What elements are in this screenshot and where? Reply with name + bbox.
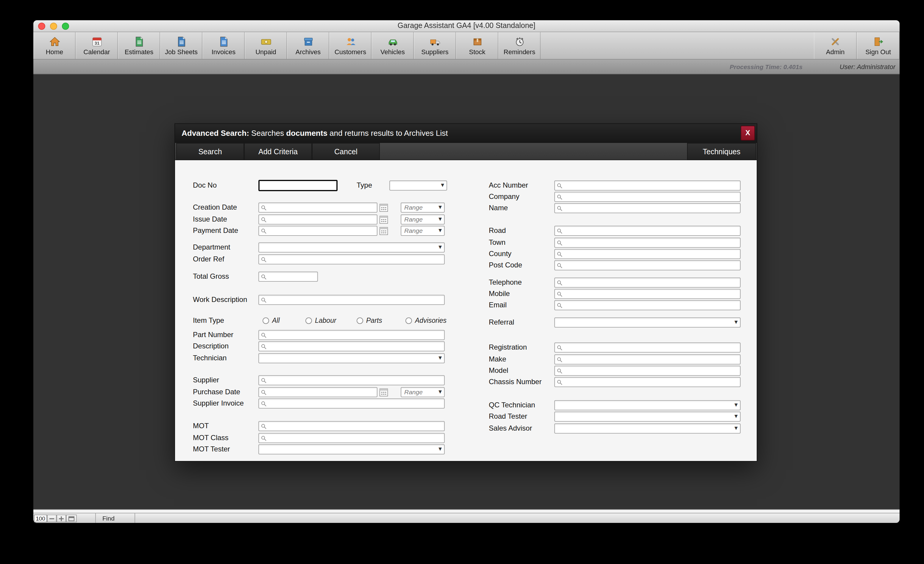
- toolbar-item-admin[interactable]: Admin: [814, 32, 857, 59]
- mode-selector[interactable]: Find: [102, 513, 115, 523]
- add-criteria-button[interactable]: Add Criteria: [244, 143, 312, 160]
- name-input[interactable]: [563, 204, 739, 213]
- mobile-field: [554, 289, 741, 299]
- radio-label: Parts: [366, 316, 382, 325]
- purchase-date-range-select[interactable]: Range▼: [400, 387, 445, 397]
- purchase-date-calendar-button[interactable]: [379, 388, 388, 397]
- department-select[interactable]: ▼: [258, 242, 445, 253]
- toolbar-item-home[interactable]: Home: [33, 32, 76, 59]
- supplier-field: [258, 375, 445, 385]
- item-type-radio-all[interactable]: All: [262, 316, 280, 325]
- dialog-close-button[interactable]: X: [741, 126, 755, 141]
- supplier-invoice-input[interactable]: [267, 399, 443, 408]
- mot-tester-select[interactable]: ▼: [258, 444, 445, 454]
- type-select[interactable]: ▼: [389, 180, 447, 191]
- mobile-input[interactable]: [563, 289, 739, 298]
- search-icon: [556, 228, 562, 234]
- county-input[interactable]: [563, 250, 739, 259]
- supplier-input[interactable]: [267, 376, 443, 385]
- sales-advisor-select[interactable]: ▼: [554, 423, 741, 433]
- radio-icon: [405, 317, 412, 324]
- order-ref-input[interactable]: [267, 255, 443, 264]
- work-description-input[interactable]: [267, 295, 443, 304]
- acc-number-input[interactable]: [563, 181, 739, 190]
- toolbar-item-stock[interactable]: Stock: [456, 32, 498, 59]
- payment-date-range-select[interactable]: Range▼: [400, 226, 445, 236]
- registration-input[interactable]: [563, 343, 739, 352]
- status-strip: Processing Time: 0.401s User: Administra…: [33, 60, 900, 74]
- zoom-out-icon: [49, 516, 55, 521]
- zoom-level-indicator[interactable]: 100: [34, 514, 47, 522]
- issue-date-input[interactable]: [267, 215, 376, 224]
- purchase-date-input[interactable]: [267, 388, 376, 397]
- part-number-input[interactable]: [267, 331, 443, 340]
- zoom-in-button[interactable]: [57, 514, 66, 522]
- horizontal-scrollbar[interactable]: [33, 509, 900, 513]
- field-row-mobile: Mobile: [489, 288, 741, 299]
- toolbar-item-job-sheets[interactable]: Job Sheets: [160, 32, 202, 59]
- creation-date-range-select[interactable]: Range▼: [400, 203, 445, 213]
- bottom-bar-divider: [135, 513, 135, 523]
- close-window-button[interactable]: [38, 23, 45, 30]
- doc-no-input[interactable]: [258, 180, 338, 191]
- description-input[interactable]: [267, 342, 443, 351]
- toolbar-item-invoices[interactable]: Invoices: [202, 32, 245, 59]
- toolbar-item-calendar[interactable]: 31Calendar: [76, 32, 118, 59]
- company-input[interactable]: [563, 193, 739, 201]
- issue-date-calendar-button[interactable]: [379, 215, 388, 224]
- field-row-telephone: Telephone: [489, 277, 741, 288]
- search-icon: [556, 251, 562, 257]
- mot-input[interactable]: [267, 422, 443, 430]
- toolbar-item-label: Reminders: [504, 48, 535, 55]
- referral-select[interactable]: ▼: [554, 317, 741, 328]
- make-input[interactable]: [563, 355, 739, 364]
- toolbar-item-vehicles[interactable]: Vehicles: [372, 32, 414, 59]
- cancel-button[interactable]: Cancel: [312, 143, 380, 160]
- dialog-form: Doc NoType▼Creation DateRange▼Issue Date…: [175, 160, 757, 461]
- model-input[interactable]: [563, 366, 739, 375]
- qc-technician-select[interactable]: ▼: [554, 400, 741, 411]
- field-row-order-ref: Order Ref: [193, 254, 445, 265]
- toolbar-item-reminders[interactable]: Reminders: [498, 32, 541, 59]
- dialog-title-emphasis: documents: [286, 129, 327, 138]
- post-code-input[interactable]: [563, 261, 739, 270]
- zoom-out-button[interactable]: [47, 514, 57, 522]
- mot-class-input[interactable]: [267, 433, 443, 442]
- field-row-chassis-number: Chassis Number: [489, 376, 741, 388]
- creation-date-input[interactable]: [267, 203, 376, 212]
- field-label-referral: Referral: [489, 317, 514, 328]
- zoom-window-button[interactable]: [62, 23, 69, 30]
- techniques-button[interactable]: Techniques: [687, 143, 756, 160]
- toolbar-item-customers[interactable]: Customers: [329, 32, 372, 59]
- total-gross-input[interactable]: [267, 272, 316, 281]
- toolbar-item-estimates[interactable]: Estimates: [118, 32, 160, 59]
- toolbar-item-archives[interactable]: Archives: [287, 32, 329, 59]
- road-input[interactable]: [563, 226, 739, 235]
- chassis-number-input[interactable]: [563, 378, 739, 387]
- payment-date-input[interactable]: [267, 226, 376, 235]
- payment-date-calendar-button[interactable]: [379, 226, 388, 235]
- issue-date-range-select[interactable]: Range▼: [400, 214, 445, 224]
- status-toolbar-toggle-button[interactable]: [66, 514, 77, 522]
- town-input[interactable]: [563, 238, 739, 247]
- toolbar-item-sign-out[interactable]: Sign Out: [857, 32, 900, 59]
- toolbar-item-label: Customers: [334, 48, 366, 55]
- svg-text:31: 31: [94, 41, 99, 45]
- item-type-radio-labour[interactable]: Labour: [305, 316, 336, 325]
- toolbar-item-unpaid[interactable]: Unpaid: [245, 32, 287, 59]
- creation-date-calendar-button[interactable]: [379, 203, 388, 212]
- minimize-window-button[interactable]: [50, 23, 57, 30]
- field-row-part-number: Part Number: [193, 329, 445, 341]
- search-button[interactable]: Search: [176, 143, 244, 160]
- email-input[interactable]: [563, 301, 739, 310]
- item-type-radio-parts[interactable]: Parts: [357, 316, 382, 325]
- calendar-icon: 31: [92, 36, 102, 47]
- field-label-road: Road: [489, 225, 506, 236]
- search-icon: [556, 357, 562, 363]
- telephone-input[interactable]: [563, 278, 739, 287]
- item-type-radio-advisories[interactable]: Advisories: [405, 316, 447, 325]
- toolbar-item-suppliers[interactable]: Suppliers: [414, 32, 456, 59]
- technician-select[interactable]: ▼: [258, 353, 445, 363]
- field-label-acc-number: Acc Number: [489, 180, 528, 191]
- road-tester-select[interactable]: ▼: [554, 412, 741, 422]
